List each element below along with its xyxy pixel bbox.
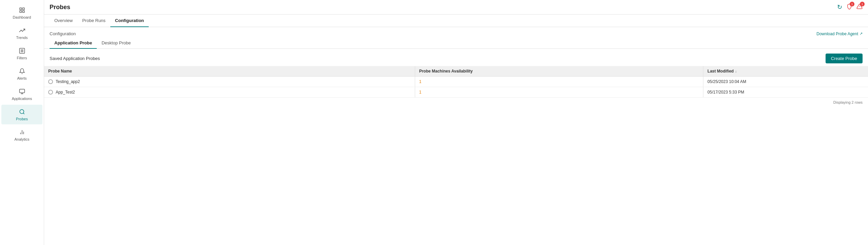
th-last-modified[interactable]: Last Modified↓ [703,66,868,77]
radio-select[interactable] [48,79,53,84]
alert-badge: 1 [860,2,865,6]
svg-rect-1 [22,8,24,9]
th-probe-name: Probe Name [44,66,415,77]
probe-availability-cell: 1 [415,87,703,98]
probe-name-cell: Testing_app2 [44,77,415,87]
alerts-icon [18,67,26,75]
table-row[interactable]: Testing_app2105/25/2023 10:04 AM [44,77,868,87]
content-area: Configuration Download Probe Agent ↗ App… [44,27,868,245]
probe-modified-cell: 05/17/2023 5:33 PM [703,87,868,98]
sidebar-item-trends[interactable]: Trends [1,23,42,43]
sub-tab-application-probe[interactable]: Application Probe [50,38,97,49]
sub-tabs: Application ProbeDesktop Probe [44,38,868,49]
radio-select[interactable] [48,90,53,95]
th-label-last-modified: Last Modified [707,69,734,74]
last-modified-value: 05/17/2023 5:33 PM [707,90,744,95]
topbar: Probes ↻ 1 1 [44,0,868,15]
alert-icon[interactable]: 1 [856,3,863,11]
svg-line-12 [23,113,24,114]
refresh-icon[interactable]: ↻ [837,3,842,11]
sidebar: DashboardTrendsFiltersAlertsApplications… [0,0,44,245]
main-content: Probes ↻ 1 1 OverviewProbe RunsConfigura… [44,0,868,245]
probe-availability-cell: 1 [415,77,703,87]
download-probe-agent-link[interactable]: Download Probe Agent ↗ [816,32,863,36]
sidebar-item-label-applications: Applications [12,97,32,101]
section-header: Saved Application Probes Create Probe [44,49,868,66]
svg-rect-8 [19,89,24,93]
sidebar-item-dashboard[interactable]: Dashboard [1,3,42,23]
availability-value: 1 [419,79,422,84]
sidebar-item-label-dashboard: Dashboard [13,15,31,19]
tab-configuration[interactable]: Configuration [110,15,149,27]
svg-rect-2 [20,11,21,13]
trends-icon [18,27,26,34]
sidebar-item-probes[interactable]: Probes [1,105,42,124]
sidebar-item-label-alerts: Alerts [17,76,26,80]
dashboard-icon [18,6,26,14]
sidebar-item-analytics[interactable]: Analytics [1,125,42,145]
shield-badge: 1 [850,2,854,6]
sidebar-item-applications[interactable]: Applications [1,84,42,104]
sub-tab-desktop-probe[interactable]: Desktop Probe [97,38,135,49]
external-link-icon: ↗ [860,32,863,36]
sidebar-item-filters[interactable]: Filters [1,44,42,63]
th-probe-machines: Probe Machines Availability [415,66,703,77]
config-header: Configuration Download Probe Agent ↗ [44,27,868,36]
section-title: Saved Application Probes [50,56,100,61]
svg-rect-0 [20,8,21,9]
table-header-row: Probe NameProbe Machines AvailabilityLas… [44,66,868,77]
config-label: Configuration [50,31,76,36]
filters-icon [18,47,26,55]
sidebar-item-label-analytics: Analytics [14,137,29,141]
page-title: Probes [50,4,70,11]
svg-rect-3 [22,11,24,13]
availability-value: 1 [419,90,422,95]
tab-probe-runs[interactable]: Probe Runs [77,15,110,27]
sidebar-item-label-filters: Filters [17,56,27,60]
analytics-icon [18,128,26,136]
table-footer: Displaying 2 rows [44,98,868,107]
create-probe-button[interactable]: Create Probe [826,54,863,63]
applications-icon [18,88,26,95]
probe-name-value: Testing_app2 [56,79,80,84]
sidebar-item-label-probes: Probes [16,117,28,121]
sort-icon-last-modified: ↓ [735,69,737,73]
probe-table: Probe NameProbe Machines AvailabilityLas… [44,66,868,98]
probe-name-cell: App_Test2 [44,87,415,98]
topbar-icons: ↻ 1 1 [837,3,863,11]
svg-point-11 [20,109,24,114]
probe-name-value: App_Test2 [56,90,75,95]
table-row[interactable]: App_Test2105/17/2023 5:33 PM [44,87,868,98]
tab-overview[interactable]: Overview [50,15,77,27]
last-modified-value: 05/25/2023 10:04 AM [707,79,746,84]
shield-icon[interactable]: 1 [846,3,852,11]
probes-icon [18,108,26,116]
main-tabs: OverviewProbe RunsConfiguration [44,15,868,27]
sidebar-item-label-trends: Trends [16,36,28,40]
display-count: Displaying 2 rows [833,100,863,104]
download-link-text: Download Probe Agent [816,32,858,36]
sidebar-item-alerts[interactable]: Alerts [1,64,42,84]
probe-modified-cell: 05/25/2023 10:04 AM [703,77,868,87]
